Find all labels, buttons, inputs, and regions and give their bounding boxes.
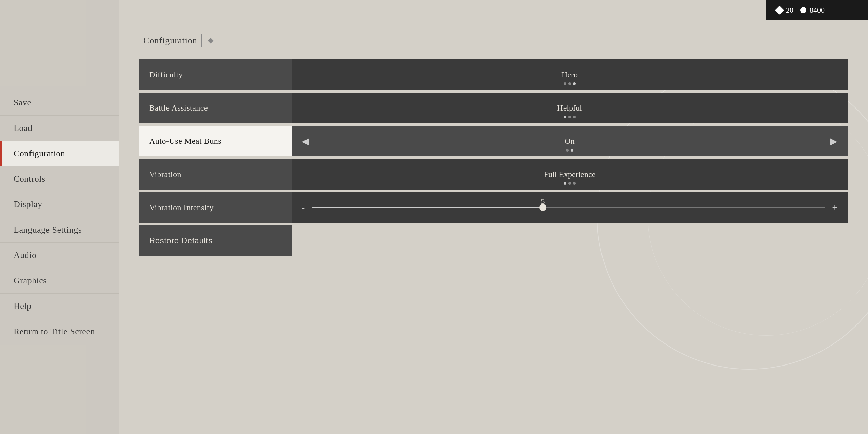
config-title: Configuration [139,34,202,47]
sidebar-item-save[interactable]: Save [0,90,119,116]
slider-fill [312,207,543,208]
dot-3 [573,182,576,185]
sidebar-label-graphics: Graphics [14,276,47,286]
setting-label-auto-meat-buns: Auto-Use Meat Buns [139,126,292,156]
difficulty-dots [564,82,576,85]
setting-value-vibration-intensity: - 5 + [292,192,848,223]
setting-value-battle-assistance[interactable]: Helpful [292,93,848,123]
settings-container: Difficulty Hero Battle Assistance Helpfu… [139,59,848,256]
setting-row-vibration-intensity: Vibration Intensity - 5 + [139,192,848,223]
dot-1 [564,116,566,118]
battle-assistance-dots [564,116,576,118]
top-bar: 20 8400 [766,0,868,20]
sidebar-label-load: Load [14,123,32,133]
vibration-dots [564,182,576,185]
battle-assistance-value-text: Helpful [557,103,582,113]
auto-meat-buns-value-text: On [565,137,574,146]
slider-track[interactable]: 5 [312,207,825,208]
dot-2 [568,116,571,118]
sidebar-label-save: Save [14,98,32,108]
arrow-left-icon[interactable]: ◀ [302,136,309,147]
sidebar-label-return: Return to Title Screen [14,327,95,337]
sidebar-label-audio: Audio [14,250,37,260]
dot-1 [564,82,566,85]
currency-2: 8400 [800,6,825,15]
main-content: Configuration Difficulty Hero [119,20,868,434]
currency-1-value: 20 [786,6,793,15]
sidebar-item-audio[interactable]: Audio [0,243,119,268]
circle-icon [800,7,806,13]
setting-value-vibration[interactable]: Full Experience [292,159,848,190]
sidebar-item-controls[interactable]: Controls [0,166,119,192]
sidebar-label-display: Display [14,199,42,210]
dot-2 [568,82,571,85]
config-decoration [209,39,282,43]
slider-minus-button[interactable]: - [302,202,305,213]
setting-row-battle-assistance: Battle Assistance Helpful [139,93,848,123]
setting-value-auto-meat-buns[interactable]: ◀ On ▶ [292,126,848,156]
setting-value-difficulty[interactable]: Hero [292,59,848,90]
sidebar-label-controls: Controls [14,174,45,184]
currency-2-value: 8400 [810,6,825,15]
dot-2 [571,149,573,152]
sidebar-label-help: Help [14,301,32,311]
auto-meat-buns-dots [566,149,573,152]
sidebar-item-return[interactable]: Return to Title Screen [0,319,119,344]
restore-row: Restore Defaults [139,225,848,256]
sidebar-item-configuration[interactable]: Configuration [0,141,119,166]
slider-plus-button[interactable]: + [832,202,837,213]
arrow-right-icon[interactable]: ▶ [830,136,837,147]
config-header: Configuration [139,34,848,47]
setting-label-difficulty: Difficulty [139,59,292,90]
dot-3 [573,82,576,85]
deco-line [214,41,282,41]
setting-label-vibration: Vibration [139,159,292,190]
sidebar-item-help[interactable]: Help [0,294,119,319]
setting-label-battle-assistance: Battle Assistance [139,93,292,123]
difficulty-value-text: Hero [561,70,578,79]
deco-diamond-icon [208,38,213,44]
dot-3 [573,116,576,118]
sidebar: Save Load Configuration Controls Display… [0,0,119,434]
currency-1: 20 [776,6,793,15]
vibration-value-text: Full Experience [544,170,596,179]
slider-container: - 5 + [292,202,848,213]
slider-thumb[interactable] [539,204,546,211]
sidebar-item-language[interactable]: Language Settings [0,217,119,243]
diamond-icon [775,6,784,14]
sidebar-item-display[interactable]: Display [0,192,119,217]
sidebar-item-load[interactable]: Load [0,116,119,141]
setting-row-difficulty: Difficulty Hero [139,59,848,90]
dot-2 [568,182,571,185]
dot-1 [564,182,566,185]
restore-defaults-button[interactable]: Restore Defaults [139,225,292,256]
setting-row-vibration: Vibration Full Experience [139,159,848,190]
sidebar-item-graphics[interactable]: Graphics [0,268,119,294]
setting-label-vibration-intensity: Vibration Intensity [139,192,292,223]
setting-row-auto-meat-buns: Auto-Use Meat Buns ◀ On ▶ [139,126,848,156]
dot-1 [566,149,569,152]
sidebar-label-configuration: Configuration [14,149,65,159]
sidebar-label-language: Language Settings [14,225,82,235]
